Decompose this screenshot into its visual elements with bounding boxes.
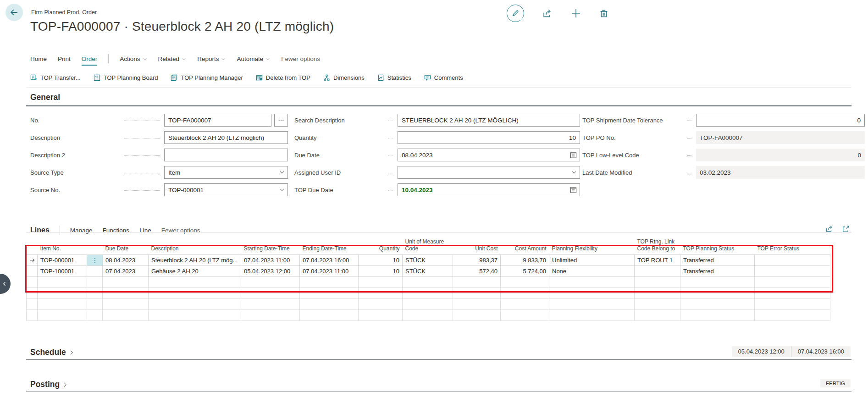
- cell-top-planning-status[interactable]: Transferred: [680, 266, 755, 277]
- empty-row[interactable]: [27, 299, 830, 310]
- panel-collapse-button[interactable]: [0, 274, 11, 294]
- row-options-button[interactable]: [87, 255, 103, 266]
- top-due-date-input[interactable]: [398, 183, 580, 196]
- lines-heading[interactable]: Lines: [30, 226, 50, 234]
- lines-bar: Lines Manage Functions Line Fewer option…: [30, 225, 200, 236]
- cell-top-error-status[interactable]: [755, 266, 830, 277]
- cell-unit-cost[interactable]: 572,40: [453, 266, 501, 277]
- lines-menu-line[interactable]: Line: [139, 227, 151, 234]
- cell-planning-flexibility[interactable]: Unlimited: [549, 255, 635, 266]
- cell-description[interactable]: Steuerblock 2 AH 20 (LTZ mög...: [149, 255, 241, 266]
- cell-due-date[interactable]: 08.04.2023: [103, 255, 149, 266]
- cmd-top-transfer[interactable]: TOP Transfer...: [30, 74, 81, 81]
- col-quantity[interactable]: Quantity: [359, 238, 403, 255]
- col-cost-amount[interactable]: Cost Amount: [501, 238, 549, 255]
- posting-heading[interactable]: Posting: [30, 380, 68, 389]
- new-button[interactable]: [571, 8, 581, 18]
- chevron-down-icon[interactable]: [279, 187, 285, 193]
- chevron-down-icon[interactable]: [279, 170, 285, 175]
- cell-top-error-status[interactable]: [755, 255, 830, 266]
- top-shipment-date-tolerance-input[interactable]: [696, 114, 865, 127]
- field-top-po-no: TOP PO No. TOP-FA000007: [582, 131, 865, 144]
- lines-menu-functions[interactable]: Functions: [103, 227, 130, 234]
- chevron-down-icon[interactable]: [571, 170, 577, 175]
- cell-item-no[interactable]: TOP-000001: [38, 255, 87, 266]
- menu-automate[interactable]: Automate: [237, 55, 270, 62]
- col-starting-date-time[interactable]: Starting Date-Time: [241, 238, 300, 255]
- cell-unit-cost[interactable]: 983,37: [453, 255, 501, 266]
- menu-related[interactable]: Related: [158, 55, 187, 62]
- pencil-icon: [511, 9, 520, 17]
- cmd-statistics[interactable]: Statistics: [377, 74, 411, 81]
- schedule-heading[interactable]: Schedule: [30, 348, 74, 357]
- back-button[interactable]: [6, 4, 23, 21]
- source-type-select[interactable]: [164, 166, 288, 179]
- share-button[interactable]: [542, 8, 553, 18]
- description-input[interactable]: [164, 131, 288, 144]
- cell-description[interactable]: Gehäuse 2 AH 20: [149, 266, 241, 277]
- menu-actions[interactable]: Actions: [120, 55, 147, 62]
- cell-top-rtng-link[interactable]: TOP ROUT 1: [635, 255, 680, 266]
- col-planning-flexibility[interactable]: Planning Flexibility: [549, 238, 635, 255]
- command-bar: TOP Transfer... TOP Planning Board TOP: [30, 72, 463, 83]
- field-top-low-level-code: TOP Low-Level Code 0: [582, 149, 865, 161]
- menu-order[interactable]: Order: [82, 55, 98, 62]
- delete-button[interactable]: [599, 9, 608, 18]
- source-no-select[interactable]: [164, 183, 288, 196]
- cmd-dimensions[interactable]: Dimensions: [323, 74, 365, 81]
- cmd-top-planning-manager[interactable]: TOP Planning Manager: [171, 74, 243, 81]
- col-ending-date-time[interactable]: Ending Date-Time: [300, 238, 359, 255]
- general-column-2: Search Description Quantity Due Date: [294, 114, 576, 201]
- empty-row[interactable]: [27, 310, 830, 321]
- cell-planning-flexibility[interactable]: None: [549, 266, 635, 277]
- description-2-input[interactable]: [164, 149, 288, 161]
- assigned-user-id-select[interactable]: [398, 166, 580, 179]
- quantity-input[interactable]: [398, 131, 580, 144]
- cmd-top-planning-board[interactable]: TOP Planning Board: [94, 74, 158, 81]
- empty-row[interactable]: [27, 288, 830, 299]
- cell-top-rtng-link[interactable]: [635, 266, 680, 277]
- cmd-delete-from-top[interactable]: Delete from TOP: [256, 74, 310, 81]
- cell-uom[interactable]: STÜCK: [403, 266, 453, 277]
- due-date-input[interactable]: [398, 149, 580, 161]
- search-description-input[interactable]: [398, 114, 580, 127]
- lines-menu-fewer-options[interactable]: Fewer options: [161, 227, 200, 234]
- col-item-no[interactable]: Item No.: [38, 238, 87, 255]
- col-due-date[interactable]: Due Date: [103, 238, 149, 255]
- menu-print[interactable]: Print: [58, 55, 71, 62]
- menu-home[interactable]: Home: [30, 55, 47, 62]
- col-top-error-status[interactable]: TOP Error Status: [755, 238, 830, 255]
- no-input[interactable]: [164, 114, 271, 127]
- cell-starting[interactable]: 05.04.2023 12:00: [241, 266, 300, 277]
- calendar-icon[interactable]: [570, 152, 577, 159]
- no-assist-edit-button[interactable]: [274, 114, 288, 127]
- lines-menu-manage[interactable]: Manage: [70, 227, 93, 234]
- row-options-cell[interactable]: [87, 266, 103, 277]
- col-unit-cost[interactable]: Unit Cost: [453, 238, 501, 255]
- menu-fewer-options[interactable]: Fewer options: [281, 55, 320, 62]
- col-top-planning-status[interactable]: TOP Planning Status: [680, 238, 755, 255]
- dotted-leader: [687, 150, 691, 156]
- cell-top-planning-status[interactable]: Transferred: [680, 255, 755, 266]
- col-unit-of-measure-code[interactable]: Unit of Measure Code: [403, 238, 453, 255]
- edit-button[interactable]: [507, 5, 524, 22]
- cell-due-date[interactable]: 07.04.2023: [103, 266, 149, 277]
- cell-quantity[interactable]: 10: [359, 255, 403, 266]
- cell-cost-amount[interactable]: 9.833,70: [501, 255, 549, 266]
- cell-uom[interactable]: STÜCK: [403, 255, 453, 266]
- empty-row[interactable]: [27, 277, 830, 288]
- general-heading[interactable]: General: [30, 93, 60, 102]
- col-description[interactable]: Description: [149, 238, 241, 255]
- comment-bubble-icon: [424, 74, 431, 81]
- col-top-rtng-link[interactable]: TOP Rtng. Link Code Belong to: [635, 238, 680, 255]
- cell-ending[interactable]: 07.04.2023 16:00: [300, 255, 359, 266]
- field-source-no: Source No.: [30, 183, 288, 196]
- cmd-comments[interactable]: Comments: [424, 74, 463, 81]
- calendar-icon[interactable]: [570, 187, 577, 193]
- cell-item-no[interactable]: TOP-100001: [38, 266, 87, 277]
- cell-ending[interactable]: 07.04.2023 11:00: [300, 266, 359, 277]
- cell-starting[interactable]: 07.04.2023 11:00: [241, 255, 300, 266]
- menu-reports[interactable]: Reports: [197, 55, 226, 62]
- cell-quantity[interactable]: 10: [359, 266, 403, 277]
- cell-cost-amount[interactable]: 5.724,00: [501, 266, 549, 277]
